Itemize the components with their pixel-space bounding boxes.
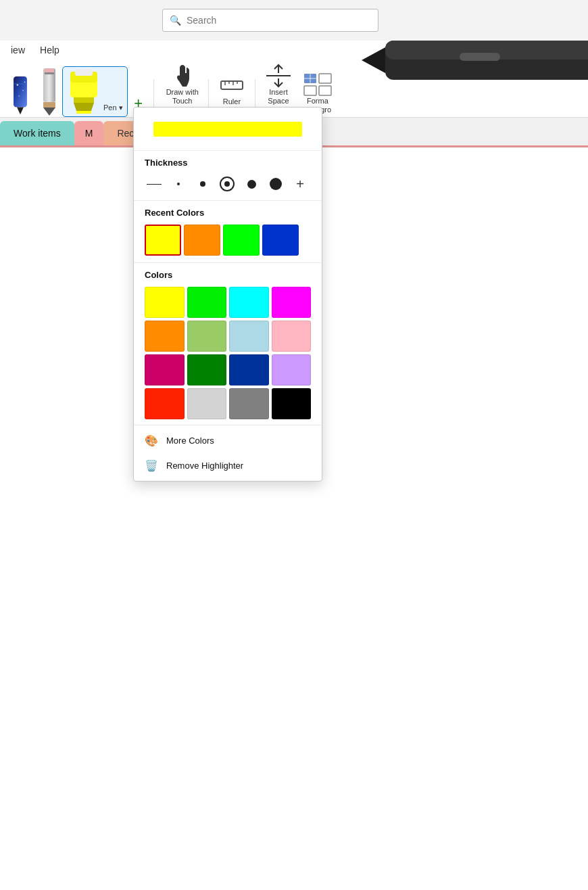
color-cyan[interactable] — [229, 287, 269, 318]
thickness-lg[interactable] — [266, 174, 285, 193]
svg-rect-13 — [43, 102, 55, 108]
search-input[interactable] — [187, 15, 371, 26]
recent-colors-heading: Recent Colors — [134, 201, 322, 222]
thickness-custom[interactable]: + — [291, 174, 310, 193]
svg-rect-5 — [14, 76, 27, 108]
preview-area — [134, 108, 322, 151]
insert-space-icon — [265, 64, 292, 88]
colors-section: Colors — [134, 263, 322, 425]
highlighter-dropdown: Thickness — [133, 107, 322, 482]
recent-color-blue[interactable] — [262, 225, 299, 256]
more-colors-label: More Colors — [166, 436, 214, 446]
insert-space-label: InsertSpace — [268, 88, 289, 106]
color-light-gray[interactable] — [187, 388, 227, 419]
svg-rect-20 — [74, 97, 94, 103]
tab-pink[interactable]: M — [74, 121, 104, 145]
menu-bar: iew Help — [0, 41, 588, 58]
color-lime[interactable] — [187, 287, 227, 318]
color-orange[interactable] — [145, 321, 185, 352]
thickness-md[interactable] — [242, 174, 261, 193]
svg-rect-11 — [14, 83, 27, 85]
recent-color-yellow[interactable] — [145, 225, 181, 256]
svg-point-9 — [24, 82, 26, 83]
svg-rect-32 — [319, 74, 331, 83]
thickness-thin[interactable] — [145, 174, 164, 193]
highlighter-button[interactable]: Pen ▾ — [62, 66, 128, 117]
preview-stroke — [153, 122, 302, 137]
color-lavender[interactable] — [272, 354, 312, 385]
bottom-actions: 🎨 More Colors 🗑️ Remove Highlighter — [134, 425, 322, 481]
thickness-xs[interactable] — [169, 174, 188, 193]
remove-highlighter-item[interactable]: 🗑️ Remove Highlighter — [134, 453, 322, 478]
svg-marker-10 — [17, 108, 24, 115]
ruler-label: Ruler — [223, 97, 241, 106]
svg-point-8 — [19, 96, 20, 97]
recent-colors-grid — [134, 222, 322, 262]
menu-item-view[interactable]: iew — [4, 43, 32, 57]
thickness-selected[interactable] — [218, 174, 237, 193]
color-gray[interactable] — [229, 388, 269, 419]
ruler-icon — [220, 73, 244, 97]
more-colors-item[interactable]: 🎨 More Colors — [134, 428, 322, 453]
thickness-options-row: + — [134, 172, 322, 200]
touch-icon — [172, 64, 193, 88]
svg-marker-14 — [43, 108, 55, 116]
color-navy[interactable] — [229, 354, 269, 385]
color-yellow[interactable] — [145, 287, 185, 318]
recent-color-green[interactable] — [223, 225, 260, 256]
tab-work-items[interactable]: Work items — [0, 121, 74, 145]
svg-rect-34 — [319, 86, 331, 95]
thickness-sm[interactable] — [193, 174, 212, 193]
color-dark-green[interactable] — [187, 354, 227, 385]
svg-rect-16 — [45, 72, 54, 74]
color-light-pink[interactable] — [272, 321, 312, 352]
palette-icon: 🎨 — [145, 434, 158, 447]
color-magenta[interactable] — [272, 287, 312, 318]
pencil-button[interactable] — [36, 67, 62, 117]
format-bg-icon — [303, 72, 333, 97]
search-icon: 🔍 — [170, 15, 181, 26]
recent-colors-section: Recent Colors — [134, 201, 322, 262]
trash-icon: 🗑️ — [145, 459, 158, 472]
svg-rect-33 — [304, 86, 316, 95]
draw-with-touch-label: Draw withTouch — [166, 88, 199, 106]
thickness-section: Thickness — [134, 151, 322, 200]
colors-heading: Colors — [134, 263, 322, 284]
recent-color-orange[interactable] — [184, 225, 220, 256]
color-light-blue[interactable] — [229, 321, 269, 352]
color-light-green[interactable] — [187, 321, 227, 352]
color-red[interactable] — [145, 388, 185, 419]
color-crimson[interactable] — [145, 354, 185, 385]
svg-rect-23 — [221, 81, 243, 89]
svg-point-7 — [22, 90, 24, 91]
svg-rect-19 — [75, 69, 93, 76]
full-colors-grid — [134, 284, 322, 425]
svg-rect-22 — [76, 111, 91, 114]
svg-marker-21 — [74, 103, 94, 111]
thickness-heading: Thickness — [134, 151, 322, 172]
search-box[interactable]: 🔍 — [162, 9, 378, 32]
remove-highlighter-label: Remove Highlighter — [166, 461, 243, 471]
highlighter-pen-label: Pen ▾ — [103, 103, 123, 112]
galaxy-pen-button[interactable] — [4, 75, 36, 117]
color-black[interactable] — [272, 388, 312, 419]
menu-item-help[interactable]: Help — [33, 43, 66, 57]
